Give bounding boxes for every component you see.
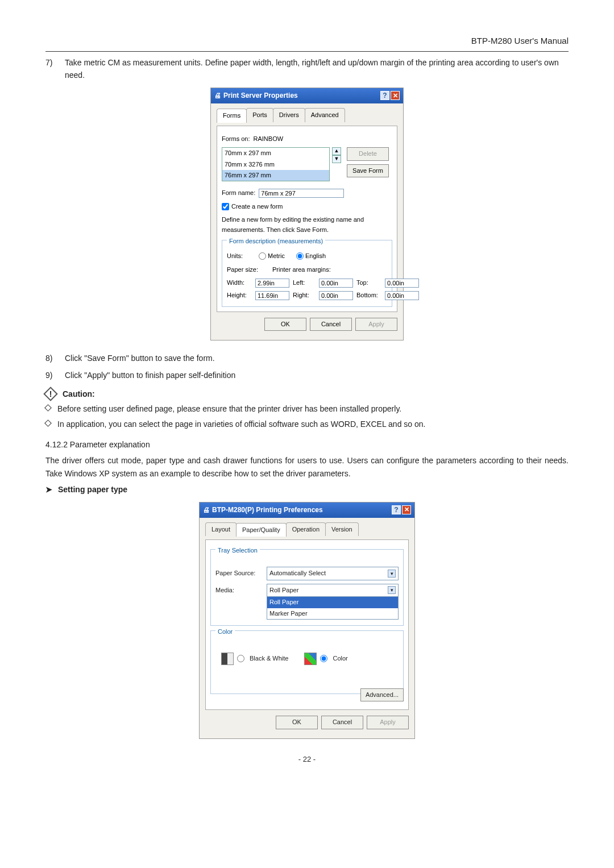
tab-advanced[interactable]: Advanced bbox=[305, 108, 345, 122]
dialog-title: BTP-M280(P) Printing Preferences bbox=[212, 505, 391, 516]
metric-label: Metric bbox=[268, 251, 285, 261]
list-item[interactable]: 76mm x 297 mm bbox=[222, 170, 329, 181]
group-legend: Form description (measurements) bbox=[227, 238, 325, 244]
dialog-titlebar: 🖨 Print Server Properties ? ✕ bbox=[211, 88, 403, 103]
apply-button[interactable]: Apply bbox=[367, 716, 409, 729]
doc-header-title: BTP-M280 User's Manual bbox=[45, 34, 569, 48]
diamond-bullet-icon bbox=[44, 404, 52, 412]
ok-button[interactable]: OK bbox=[264, 318, 306, 331]
bullet-text: Before setting user defined page, please… bbox=[57, 402, 401, 415]
create-new-form-checkbox[interactable] bbox=[222, 203, 229, 210]
form-name-label: Form name: bbox=[222, 188, 255, 198]
bullet-item: Before setting user defined page, please… bbox=[45, 402, 569, 415]
step-8: 8) Click "Save Form" button to save the … bbox=[45, 352, 569, 364]
black-white-icon bbox=[221, 653, 234, 665]
width-input[interactable] bbox=[255, 279, 289, 288]
tab-operation[interactable]: Operation bbox=[286, 522, 326, 537]
chevron-down-icon: ▾ bbox=[388, 586, 396, 594]
diamond-bullet-icon bbox=[44, 420, 52, 427]
black-white-label: Black & White bbox=[250, 654, 288, 664]
ok-button[interactable]: OK bbox=[276, 716, 318, 729]
arrow-icon: ➤ bbox=[45, 483, 52, 496]
black-white-radio[interactable] bbox=[237, 655, 244, 662]
step-text: Take metric CM as measurement units. Def… bbox=[65, 56, 569, 82]
section-heading: 4.12.2 Parameter explanation bbox=[45, 438, 569, 451]
dropdown-option[interactable]: Marker Paper bbox=[267, 608, 398, 620]
step-number: 9) bbox=[45, 369, 65, 381]
bottom-label: Bottom: bbox=[356, 290, 381, 301]
units-metric-radio[interactable] bbox=[259, 252, 266, 260]
right-label: Right: bbox=[293, 290, 316, 301]
color-group: Color Black & White Color bbox=[210, 630, 404, 694]
bottom-input[interactable] bbox=[385, 291, 419, 300]
delete-button[interactable]: Delete bbox=[347, 147, 389, 161]
color-radio[interactable] bbox=[320, 655, 327, 662]
cancel-button[interactable]: Cancel bbox=[310, 318, 352, 331]
save-form-button[interactable]: Save Form bbox=[347, 164, 389, 178]
dialog-tabs: Forms Ports Drivers Advanced bbox=[217, 108, 397, 122]
bullet-text: In application, you can select the page … bbox=[57, 418, 425, 430]
tab-paper-quality[interactable]: Paper/Quality bbox=[236, 523, 287, 537]
left-label: Left: bbox=[293, 278, 316, 288]
units-label: Units: bbox=[227, 251, 259, 261]
tab-drivers[interactable]: Drivers bbox=[273, 108, 305, 122]
left-input[interactable] bbox=[319, 279, 353, 288]
close-button[interactable]: ✕ bbox=[391, 91, 400, 100]
close-button[interactable]: ✕ bbox=[402, 505, 411, 514]
chevron-down-icon: ▾ bbox=[388, 570, 396, 578]
printing-preferences-dialog: 🖨 BTP-M280(P) Printing Preferences ? ✕ L… bbox=[199, 502, 415, 739]
top-input[interactable] bbox=[385, 279, 419, 288]
height-label: Height: bbox=[227, 290, 252, 301]
help-button[interactable]: ? bbox=[392, 505, 401, 514]
forms-on-label: Forms on: bbox=[222, 134, 250, 144]
step-text: Click "Apply" button to finish paper sel… bbox=[65, 369, 569, 381]
printer-icon: 🖨 bbox=[214, 90, 221, 101]
create-new-form-label: Create a new form bbox=[231, 202, 283, 212]
list-item[interactable]: 70mm x 3276 mm bbox=[222, 159, 329, 171]
height-input[interactable] bbox=[255, 291, 289, 300]
apply-button[interactable]: Apply bbox=[355, 318, 397, 331]
list-item[interactable]: 70mm x 297 mm bbox=[222, 148, 329, 159]
right-input[interactable] bbox=[319, 291, 353, 300]
scroll-up-button[interactable]: ▲ bbox=[332, 147, 341, 155]
media-label: Media: bbox=[215, 585, 267, 596]
dialog-tabs: Layout Paper/Quality Operation Version bbox=[205, 522, 409, 537]
dialog-title: Print Server Properties bbox=[223, 90, 379, 101]
advanced-button[interactable]: Advanced... bbox=[360, 688, 404, 702]
printer-icon: 🖨 bbox=[203, 505, 210, 516]
dropdown-option[interactable]: Roll Paper bbox=[267, 597, 398, 608]
bullet-item: In application, you can select the page … bbox=[45, 418, 569, 430]
paper-source-combo[interactable]: Automatically Select ▾ bbox=[267, 567, 399, 580]
caution-label: Caution: bbox=[63, 388, 95, 400]
combo-value: Automatically Select bbox=[269, 568, 326, 579]
step-9: 9) Click "Apply" button to finish paper … bbox=[45, 369, 569, 381]
paper-size-label: Paper size: bbox=[227, 265, 272, 275]
print-server-properties-dialog: 🖨 Print Server Properties ? ✕ Forms Port… bbox=[210, 88, 404, 340]
form-name-input[interactable] bbox=[259, 189, 344, 198]
printer-margins-label: Printer area margins: bbox=[272, 265, 331, 275]
scroll-down-button[interactable]: ▼ bbox=[332, 155, 341, 163]
form-description-group: Form description (measurements) Units: M… bbox=[222, 240, 392, 307]
setting-label: Setting paper type bbox=[58, 483, 127, 496]
dialog-titlebar: 🖨 BTP-M280(P) Printing Preferences ? ✕ bbox=[200, 502, 414, 518]
forms-on-value: RAINBOW bbox=[254, 134, 284, 144]
media-dropdown[interactable]: Roll Paper Marker Paper bbox=[267, 597, 399, 620]
page-number: - 22 - bbox=[45, 754, 569, 766]
group-legend: Tray Selection bbox=[215, 547, 260, 554]
tab-forms[interactable]: Forms bbox=[217, 109, 247, 123]
top-label: Top: bbox=[356, 278, 381, 288]
paper-source-label: Paper Source: bbox=[215, 568, 267, 579]
paragraph-text: The driver offers cut mode, paper type a… bbox=[45, 454, 569, 480]
help-button[interactable]: ? bbox=[380, 91, 389, 100]
tab-version[interactable]: Version bbox=[325, 522, 359, 537]
color-icon bbox=[304, 653, 317, 665]
tab-ports[interactable]: Ports bbox=[246, 108, 273, 122]
media-combo[interactable]: Roll Paper ▾ bbox=[267, 584, 399, 597]
width-label: Width: bbox=[227, 278, 252, 288]
step-number: 7) bbox=[45, 56, 65, 82]
cancel-button[interactable]: Cancel bbox=[321, 716, 363, 729]
tab-layout[interactable]: Layout bbox=[205, 522, 237, 537]
units-english-radio[interactable] bbox=[296, 252, 304, 260]
forms-listbox[interactable]: 70mm x 297 mm 70mm x 3276 mm 76mm x 297 … bbox=[222, 147, 330, 181]
english-label: English bbox=[305, 251, 326, 261]
